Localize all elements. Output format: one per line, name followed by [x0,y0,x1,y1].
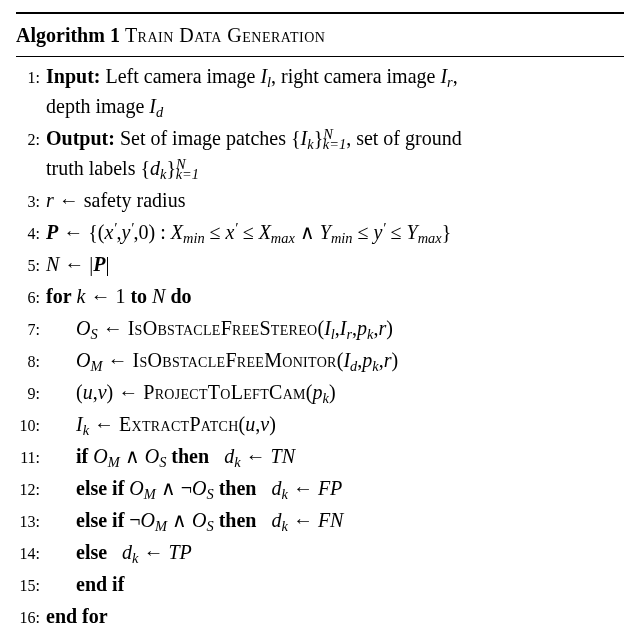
algo-line: 1: Input: Left camera image Il, right ca… [16,61,624,121]
sym-v: v [98,381,107,403]
sym-dk-sub: k [160,166,166,182]
and2: ∧ [120,445,145,467]
algorithm-title: Algorithm 1 Train Data Generation [16,18,624,52]
sub-OM4: M [155,518,167,534]
sub-pk: k [367,326,373,342]
line-content: Ik ← ExtractPatch(u,v) [46,409,624,439]
sym-OM: O [76,349,90,371]
sub-dk5: k [132,550,138,566]
line-number: 3: [16,190,46,214]
sym-Id-sub: d [156,104,163,120]
sub-dk3: k [282,486,288,502]
line-content: end for [46,601,624,625]
algo-line: 15: end if [16,569,624,599]
fn-stereo: IsObstacleFreeStereo [128,317,318,339]
algo-line: 12: else if OM ∧ ¬OS then dk ← FP [16,473,624,503]
kw-if: if [76,445,88,467]
sup-xp: ′ [113,220,116,236]
neg2: ¬ [129,509,140,531]
line-content: (u,v) ← ProjectToLeftCam(pk) [46,377,624,407]
algo-line: 2: Output: Set of image patches {Ik}Nk=1… [16,123,624,183]
sub-Ik2: k [83,422,89,438]
sym-r2: r [378,317,386,339]
sub-pk2: k [372,358,378,374]
kw-then: then [171,445,209,467]
sym-Ymax: Y [407,221,418,243]
sub-Ir2: r [346,326,352,342]
sub-ymin: min [331,230,353,246]
kw-input: Input: [46,65,100,87]
sub-OM: M [90,358,102,374]
sym-r: r [46,189,54,211]
rule-mid [16,56,624,57]
arrow: ← [138,541,168,563]
sym-P: P [46,221,58,243]
line-content: for k ← 1 to N do [46,281,624,311]
sym-r3: r [384,349,392,371]
sym-dk3: d [272,477,282,499]
algo-line: 13: else if ¬OM ∧ OS then dk ← FN [16,505,624,535]
kw-elseif2: else if [76,509,124,531]
algo-line: 6: for k ← 1 to N do [16,281,624,311]
sub-pk3: k [323,390,329,406]
sym-Id: I [149,95,156,117]
sup-xp2: ′ [234,220,237,236]
arrow: ← [288,477,318,499]
line-content: else if OM ∧ ¬OS then dk ← FP [46,473,624,503]
arrow: ← [89,413,119,435]
sym-pk: p [357,317,367,339]
sub-OM2: M [108,454,120,470]
arrow: ← [113,381,143,403]
algo-line: 8: OM ← IsObstacleFreeMonitor(Id,pk,r) [16,345,624,375]
kw-to: to [130,285,147,307]
sym-OM3: O [129,477,143,499]
leq1: ≤ [205,221,226,243]
sym-OS4: O [192,509,206,531]
line-content: N ← |P| [46,249,624,279]
kw-do: do [170,285,191,307]
kw-else: else [76,541,107,563]
txt-safety: safety radius [84,189,186,211]
sym-OS2: O [145,445,159,467]
kw-then2: then [219,477,257,499]
sub-OS3: S [207,486,214,502]
line-number: 1: [16,66,46,90]
sym-P2: P [93,253,105,275]
txt-patches: Set of image patches [115,127,291,149]
algo-line: 7: OS ← IsObstacleFreeStereo(Il,Ir,pk,r) [16,313,624,343]
sub-OS2: S [159,454,166,470]
algo-line: 16: end for [16,601,624,625]
line-number: 15: [16,574,46,598]
and1: ∧ [295,221,320,243]
txt-leftcam: Left camera image [100,65,260,87]
sym-pk3: p [313,381,323,403]
sub-OS4: S [207,518,214,534]
sub-OM3: M [144,486,156,502]
arrow: ← [241,445,271,467]
comma: , [453,65,458,87]
line-content: if OM ∧ OS then dk ← TN [46,441,624,471]
rule-top [16,12,624,14]
sub-k1b: k=1 [176,166,199,182]
sym-OS3: O [192,477,206,499]
algo-line: 9: (u,v) ← ProjectToLeftCam(pk) [16,377,624,407]
line-number: 2: [16,128,46,152]
line-content: Input: Left camera image Il, right camer… [46,61,624,121]
line-number: 12: [16,478,46,502]
line-number: 16: [16,606,46,625]
and4: ∧ [167,509,192,531]
kw-then3: then [219,509,257,531]
arrow: ← [54,189,84,211]
line-number: 9: [16,382,46,406]
txt-truth: truth labels [46,157,140,179]
kw-endfor: end for [46,605,108,625]
and3: ∧ [156,477,181,499]
algorithm-block: Algorithm 1 Train Data Generation 1: Inp… [16,12,624,625]
sym-TN: TN [271,445,295,467]
algo-line: 10: Ik ← ExtractPatch(u,v) [16,409,624,439]
sym-TP: TP [168,541,191,563]
line-content: Output: Set of image patches {Ik}Nk=1, s… [46,123,624,183]
arrow: ← [102,349,132,371]
sub-dk4: k [282,518,288,534]
fn-monitor: IsObstacleFreeMonitor [132,349,336,371]
